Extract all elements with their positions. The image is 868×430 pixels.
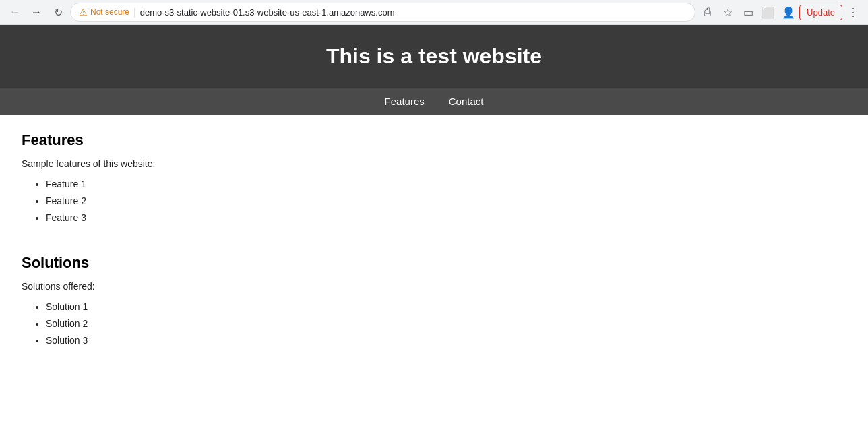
solutions-section: Solutions Solutions offered: Solution 1 …	[22, 254, 846, 350]
site-title: This is a test website	[0, 44, 868, 69]
security-warning: ⚠ Not secure	[79, 7, 129, 18]
reload-icon: ↻	[54, 6, 63, 19]
security-label: Not secure	[90, 7, 129, 17]
bookmark-icon: ☆	[723, 6, 733, 19]
browser-toolbar: ← → ↻ ⚠ Not secure | demo-s3-static-webs…	[0, 0, 868, 24]
cast-icon: ▭	[743, 6, 753, 19]
features-description: Sample features of this website:	[22, 158, 846, 169]
list-item: Feature 3	[46, 210, 846, 226]
site-nav: Features Contact	[0, 88, 868, 115]
nav-item-contact[interactable]: Contact	[449, 96, 484, 107]
share-button[interactable]: ⎙	[698, 3, 717, 22]
update-button[interactable]: Update	[799, 5, 842, 20]
list-item: Feature 1	[46, 176, 846, 193]
share-icon: ⎙	[704, 6, 711, 18]
address-separator: |	[133, 7, 136, 18]
list-item: Solution 3	[46, 332, 846, 349]
features-section: Features Sample features of this website…	[22, 131, 846, 227]
window-button[interactable]: ⬜	[759, 3, 778, 22]
bookmark-button[interactable]: ☆	[718, 3, 737, 22]
solutions-title: Solutions	[22, 254, 846, 272]
warning-icon: ⚠	[79, 7, 88, 18]
more-icon: ⋮	[848, 6, 859, 19]
address-bar[interactable]: ⚠ Not secure | demo-s3-static-website-01…	[70, 3, 695, 22]
profile-icon: 👤	[782, 6, 795, 19]
browser-chrome: ← → ↻ ⚠ Not secure | demo-s3-static-webs…	[0, 0, 868, 25]
list-item: Feature 2	[46, 193, 846, 210]
nav-link-contact[interactable]: Contact	[449, 96, 484, 107]
features-list: Feature 1 Feature 2 Feature 3	[22, 176, 846, 227]
cast-button[interactable]: ▭	[739, 3, 757, 22]
site-header: This is a test website	[0, 25, 868, 88]
reload-button[interactable]: ↻	[49, 3, 67, 22]
features-title: Features	[22, 131, 846, 149]
back-button[interactable]: ←	[5, 3, 24, 22]
back-icon: ←	[9, 6, 20, 18]
nav-list: Features Contact	[385, 96, 484, 107]
list-item: Solution 1	[46, 299, 846, 315]
profile-button[interactable]: 👤	[779, 3, 798, 22]
list-item: Solution 2	[46, 315, 846, 332]
toolbar-icons: ⎙ ☆ ▭ ⬜ 👤 Update ⋮	[698, 3, 863, 22]
solutions-description: Solutions offered:	[22, 281, 846, 292]
more-button[interactable]: ⋮	[844, 3, 863, 22]
window-icon: ⬜	[762, 6, 775, 19]
forward-icon: →	[31, 6, 42, 18]
forward-button[interactable]: →	[27, 3, 46, 22]
site-content: Features Sample features of this website…	[0, 115, 868, 392]
nav-link-features[interactable]: Features	[385, 96, 425, 107]
url-text: demo-s3-static-website-01.s3-website-us-…	[140, 7, 687, 18]
nav-item-features[interactable]: Features	[385, 96, 425, 107]
solutions-list: Solution 1 Solution 2 Solution 3	[22, 299, 846, 350]
